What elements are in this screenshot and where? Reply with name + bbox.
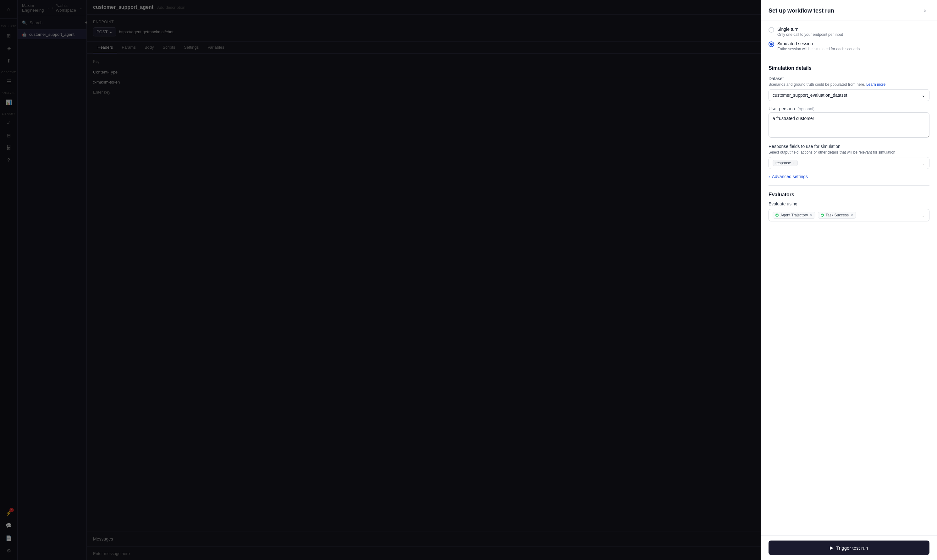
evaluators-section: Evaluators Evaluate using Agent Trajecto… — [769, 185, 929, 222]
modal-header: Set up workflow test run × — [761, 0, 937, 20]
run-type-group: Single turn Only one call to your endpoi… — [769, 27, 929, 51]
single-turn-option[interactable]: Single turn Only one call to your endpoi… — [769, 27, 929, 37]
modal-body: Single turn Only one call to your endpoi… — [761, 20, 937, 535]
response-fields-dropdown[interactable]: response × ⌄ — [769, 157, 929, 169]
evaluator-chevron-icon: ⌄ — [921, 212, 925, 218]
modal-title: Set up workflow test run — [769, 8, 834, 14]
agent-trajectory-dot — [775, 214, 779, 217]
user-persona-field: User persona (optional) a frustrated cus… — [769, 106, 929, 144]
evaluators-heading: Evaluators — [769, 192, 929, 198]
response-tag-remove[interactable]: × — [792, 161, 795, 165]
dataset-dropdown[interactable]: customer_support_evaluation_dataset ⌄ — [769, 89, 929, 101]
task-success-tag: Task Success × — [818, 212, 856, 218]
single-turn-label: Single turn — [777, 27, 843, 32]
agent-trajectory-tag: Agent Trajectory × — [773, 212, 815, 218]
modal-footer: ▶ Trigger test run — [761, 535, 937, 560]
simulated-session-desc: Entire session will be simulated for eac… — [777, 47, 860, 51]
user-persona-label: User persona (optional) — [769, 106, 929, 111]
dataset-desc: Scenarios and ground truth could be popu… — [769, 82, 929, 87]
modal-panel: Set up workflow test run × Single turn O… — [761, 0, 937, 560]
optional-label: (optional) — [797, 106, 814, 111]
advanced-settings-link[interactable]: › Advanced settings — [769, 174, 929, 179]
dataset-selected-value: customer_support_evaluation_dataset — [773, 93, 847, 98]
close-button[interactable]: × — [921, 6, 929, 15]
simulation-details-heading: Simulation details — [769, 65, 929, 71]
advanced-settings-label: Advanced settings — [772, 174, 808, 179]
dataset-field: Dataset Scenarios and ground truth could… — [769, 76, 929, 101]
response-tag-label: response — [775, 161, 791, 165]
response-fields-label: Response fields to use for simulation — [769, 144, 929, 149]
task-success-dot — [821, 214, 824, 217]
learn-more-link[interactable]: Learn more — [866, 82, 886, 87]
single-turn-desc: Only one call to your endpoint per input — [777, 32, 843, 37]
user-persona-textarea[interactable]: a frustrated customer — [769, 112, 929, 138]
task-success-label: Task Success — [826, 213, 849, 217]
simulated-session-label: Simulated session — [777, 41, 860, 46]
response-fields-desc: Select output field, actions or other de… — [769, 150, 929, 154]
dataset-desc-text: Scenarios and ground truth could be popu… — [769, 82, 865, 87]
dataset-chevron-icon: ⌄ — [922, 93, 925, 98]
simulated-session-radio[interactable] — [769, 42, 774, 47]
agent-trajectory-remove[interactable]: × — [810, 213, 812, 217]
evaluator-tags-dropdown[interactable]: Agent Trajectory × Task Success × ⌄ — [769, 209, 929, 222]
response-fields-chevron-icon: ⌄ — [921, 160, 925, 166]
single-turn-radio[interactable] — [769, 27, 774, 33]
task-success-remove[interactable]: × — [851, 213, 853, 217]
response-fields-group: Response fields to use for simulation Se… — [769, 144, 929, 169]
simulated-session-option[interactable]: Simulated session Entire session will be… — [769, 41, 929, 51]
agent-trajectory-label: Agent Trajectory — [781, 213, 808, 217]
advanced-chevron-icon: › — [769, 174, 770, 179]
simulation-details-section: Simulation details Dataset Scenarios and… — [769, 65, 929, 179]
trigger-label: Trigger test run — [836, 545, 868, 551]
trigger-icon: ▶ — [830, 545, 834, 551]
trigger-test-run-button[interactable]: ▶ Trigger test run — [769, 540, 929, 555]
dataset-label: Dataset — [769, 76, 929, 81]
evaluate-using-label: Evaluate using — [769, 202, 929, 206]
response-tag: response × — [773, 160, 798, 166]
